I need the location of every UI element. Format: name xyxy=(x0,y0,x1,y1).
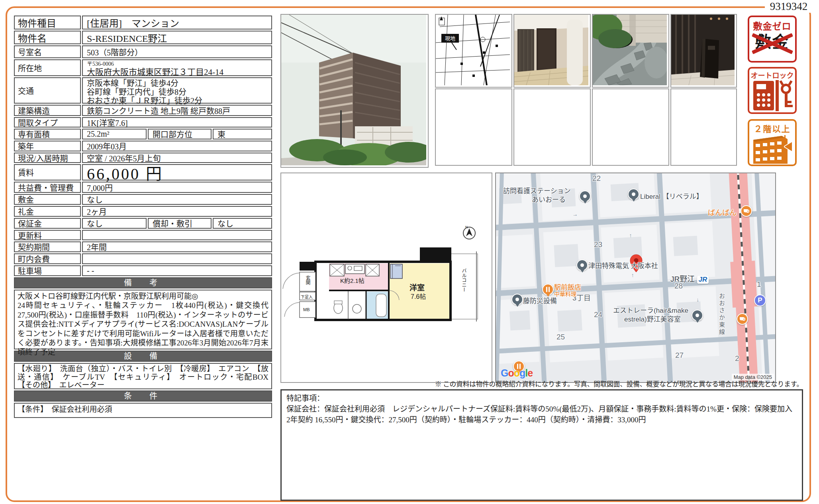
special-notes-body: 保証会社：保証会社利用必須 レジデンシャルパートナーズ保証料:賃料等の50%(最… xyxy=(286,404,797,425)
coffee-shop-icon xyxy=(741,205,752,217)
meter-box-label: MB xyxy=(303,307,310,312)
conditions-text: 【条件】 保証会社利用必須 xyxy=(14,403,272,418)
postal-code: 〒536-0006 xyxy=(87,61,267,67)
table-row: 契約期間 2年間 xyxy=(14,241,272,252)
row-label: 礼金 xyxy=(14,206,81,217)
row-value: 503（5階部分） xyxy=(82,45,272,58)
svg-text:→: → xyxy=(572,211,578,218)
site-sketch-map-thumbnail: 現地 xyxy=(435,14,512,88)
row-value: 鉄筋コンクリート造 地上9階 総戸数88戸 xyxy=(82,105,272,116)
remarks-text: 大阪メトロ谷町線野江内代駅・京阪野江駅利用可能◎ 24時間セキュリティ、・駐輪ス… xyxy=(14,290,272,349)
station-name: JR野江 xyxy=(670,275,695,283)
kitchen-label: K約2.1帖 xyxy=(340,276,364,284)
table-row: 礼金 2ヶ月 xyxy=(14,206,272,217)
building-exterior-art xyxy=(281,15,426,165)
map-pin-tsuda xyxy=(576,259,588,271)
photo-placeholder xyxy=(670,88,737,166)
equipment-text: 【水廻り】 洗面台（独立）・バス・トイレ別 【冷暖房】 エアコン 【放送・通信】… xyxy=(14,363,272,389)
row-value: なし xyxy=(82,218,147,229)
row-label: 築年 xyxy=(14,141,81,151)
parking-icon: P xyxy=(754,294,766,306)
row-value: S-RESIDENCE野江 xyxy=(82,31,272,44)
remarks-header: 備 考 xyxy=(14,277,272,288)
poi-label: estrela)野江美容室 xyxy=(624,314,681,324)
block-number: 24 xyxy=(594,310,602,319)
floor-plan: N K約2.1帖 洋室 7.6帖 バルコニー 玄関 下足入 MB xyxy=(280,173,492,383)
shoe-box-label: 下足入 xyxy=(301,294,313,300)
document-number: 9319342 xyxy=(765,0,813,13)
row-label: 物件種目 xyxy=(14,16,81,29)
row-value: 〒536-0006 大阪府大阪市城東区野江３丁目24-14 xyxy=(82,59,272,76)
table-row: 号室名 503（5階部分） xyxy=(14,45,272,58)
map-pin-fuji xyxy=(511,294,523,305)
table-row: 敷金 なし xyxy=(14,194,272,205)
room-size-label: 7.6帖 xyxy=(411,291,426,301)
deposit-struck-text: 敷金 xyxy=(755,34,790,50)
floor-plan-art xyxy=(281,173,490,380)
badge-deposit-zero: 敷金ゼロ 敷金 xyxy=(748,16,797,63)
table-row: 物件名 S-RESIDENCE野江 xyxy=(14,31,272,44)
google-logo: Google xyxy=(501,367,533,379)
table-row-rent: 賃料 66,000 円 xyxy=(14,164,272,180)
table-row: 物件種目 [住居用] マンション xyxy=(14,16,272,29)
row-label-2: 開口部方位 xyxy=(148,129,212,139)
row-label: 更新料 xyxy=(14,230,81,240)
building-floors-icon xyxy=(751,134,794,164)
compass-north-label: N xyxy=(465,225,468,229)
property-flyer-page: { "doc_number": "9319342", "table": { "r… xyxy=(0,0,819,504)
badge-deposit-zero-title: 敷金ゼロ xyxy=(749,19,795,32)
station-label: JR野江 JR xyxy=(670,273,709,284)
table-row: 駐車場 - - xyxy=(14,265,272,276)
svg-text:↑: ↑ xyxy=(629,232,632,238)
special-notes-box: 特記事項： 保証会社：保証会社利用必須 レジデンシャルパートナーズ保証料:賃料等… xyxy=(280,389,803,501)
entrance-label: 玄関 xyxy=(304,275,311,285)
row-label: 契約期間 xyxy=(14,241,81,252)
transit-line: 京阪本線「野江」徒歩4分 xyxy=(87,79,267,88)
table-row: 更新料 xyxy=(14,230,272,240)
entrance-sign-art xyxy=(671,15,735,85)
coffee-shop-icon xyxy=(737,313,748,325)
block-number: 22 xyxy=(592,174,601,183)
transit-line: おおさか東「ＪＲ野江」徒歩2分 xyxy=(87,96,267,105)
row-value: [住居用] マンション xyxy=(82,16,272,29)
row-label: 建築構造 xyxy=(14,105,81,116)
photo-placeholder xyxy=(513,88,591,166)
svg-text:↓: ↓ xyxy=(696,296,699,303)
map-base-art: →↑↑↓ xyxy=(496,173,775,382)
row-value: なし xyxy=(82,194,272,205)
table-row-deposit: 保証金 なし 償却・敷引 なし xyxy=(14,218,272,229)
conditions-header: 条 件 xyxy=(14,390,272,402)
svg-text:↑: ↑ xyxy=(631,272,634,278)
sketch-map-art: 現地 xyxy=(436,15,510,85)
poi-label: 中華料理 xyxy=(554,290,576,298)
row-value: 2009年03月 xyxy=(82,141,272,151)
disclaimer-text: ※ この資料は物件の概略紹介資料になります。写真、間取図面、設備、概要などが現況… xyxy=(280,379,803,388)
walkway-art xyxy=(593,15,667,85)
badge-second-floor-title: ２階以上 xyxy=(749,122,795,134)
table-row: 建築構造 鉄筋コンクリート造 地上9階 総戸数88戸 xyxy=(14,105,272,116)
table-row: 町内会費 xyxy=(14,253,272,264)
rent-value: 66,000 円 xyxy=(82,164,272,180)
row-label: 駐車場 xyxy=(14,265,81,276)
row-value: 25.2m² xyxy=(82,129,147,139)
jr-logo: JR xyxy=(697,276,709,284)
row-value-2: 東 xyxy=(213,129,272,139)
walkway-photo xyxy=(592,14,669,88)
area-map: →↑↑↓ P 22 訪問看護ステーション あいおーる Liberal 【リベラル… xyxy=(495,173,776,383)
property-table: 物件種目 [住居用] マンション 物件名 S-RESIDENCE野江 号室名 5… xyxy=(14,16,272,419)
badge-second-floor-up: ２階以上 xyxy=(748,119,797,166)
row-label: 賃料 xyxy=(14,164,81,180)
row-value: 1K[洋室7.6] xyxy=(82,117,272,127)
map-pin-liberal xyxy=(628,188,639,200)
block-number: 1 xyxy=(757,280,761,289)
map-pin-estrela xyxy=(692,310,703,321)
building-exterior-photo xyxy=(280,14,429,168)
table-row-area: 専有面積 25.2m² 開口部方位 東 xyxy=(14,129,272,139)
table-row-transit: 交通 京阪本線「野江」徒歩4分 谷町線「野江内代」徒歩8分 おおさか東「ＪＲ野江… xyxy=(14,77,272,104)
row-value xyxy=(82,230,272,240)
row-value: 京阪本線「野江」徒歩4分 谷町線「野江内代」徒歩8分 おおさか東「ＪＲ野江」徒歩… xyxy=(82,77,272,104)
row-label-2: 償却・敷引 xyxy=(148,218,212,229)
row-label: 現況/入居時期 xyxy=(14,153,81,163)
badge-autolock-title: オートロック xyxy=(749,70,795,80)
row-value: 2ヶ月 xyxy=(82,206,272,217)
